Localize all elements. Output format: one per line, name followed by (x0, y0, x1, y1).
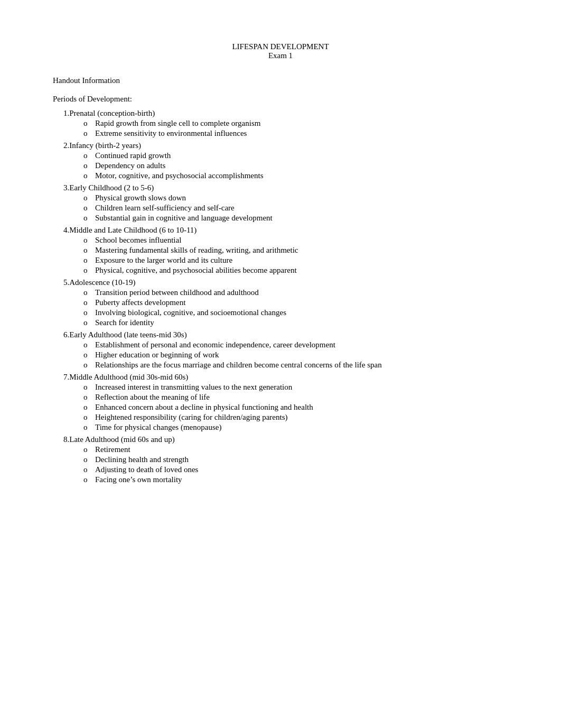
period-sublist-7: Increased interest in transmitting value… (63, 383, 508, 432)
period-number-3: 3. (63, 183, 69, 192)
period-4-item-3: Exposure to the larger world and its cul… (95, 256, 508, 265)
period-number-7: 7. (63, 373, 69, 382)
periods-header: Periods of Development: (53, 95, 508, 104)
period-8-item-3: Adjusting to death of loved ones (95, 465, 508, 474)
period-sublist-8: RetirementDeclining health and strengthA… (63, 445, 508, 484)
period-item-2: 2.Infancy (birth-2 years)Continued rapid… (63, 141, 508, 180)
period-sublist-1: Rapid growth from single cell to complet… (63, 119, 508, 138)
period-number-5: 5. (63, 278, 69, 287)
period-8-item-4: Facing one’s own mortality (95, 475, 508, 484)
period-1-item-1: Rapid growth from single cell to complet… (95, 119, 508, 128)
period-label-2: Infancy (birth-2 years) (69, 141, 508, 150)
period-number-8: 8. (63, 435, 69, 444)
period-5-item-4: Search for identity (95, 318, 508, 327)
period-label-5: Adolescence (10-19) (69, 278, 508, 287)
period-4-item-4: Physical, cognitive, and psychosocial ab… (95, 266, 508, 275)
period-label-3: Early Childhood (2 to 5-6) (69, 183, 508, 192)
period-4-item-2: Mastering fundamental skills of reading,… (95, 246, 508, 255)
period-item-8: 8.Late Adulthood (mid 60s and up)Retirem… (63, 435, 508, 484)
period-label-8: Late Adulthood (mid 60s and up) (69, 435, 508, 444)
period-6-item-1: Establishment of personal and economic i… (95, 340, 508, 349)
handout-label: Handout Information (53, 76, 508, 85)
period-label-4: Middle and Late Childhood (6 to 10-11) (69, 226, 508, 235)
period-5-item-3: Involving biological, cognitive, and soc… (95, 308, 508, 317)
period-2-item-1: Continued rapid growth (95, 151, 508, 160)
period-3-item-3: Substantial gain in cognitive and langua… (95, 214, 508, 223)
period-sublist-2: Continued rapid growthDependency on adul… (63, 151, 508, 180)
periods-list: 1.Prenatal (conception-birth)Rapid growt… (53, 109, 508, 484)
period-8-item-2: Declining health and strength (95, 455, 508, 464)
period-5-item-2: Puberty affects development (95, 298, 508, 307)
period-5-item-1: Transition period between childhood and … (95, 288, 508, 297)
period-item-6: 6.Early Adulthood (late teens-mid 30s)Es… (63, 330, 508, 370)
period-item-5: 5.Adolescence (10-19)Transition period b… (63, 278, 508, 327)
period-number-4: 4. (63, 226, 69, 235)
period-6-item-3: Relationships are the focus marriage and… (95, 361, 508, 370)
period-2-item-3: Motor, cognitive, and psychosocial accom… (95, 171, 508, 180)
period-4-item-1: School becomes influential (95, 236, 508, 245)
title-line2: Exam 1 (53, 51, 508, 60)
period-7-item-4: Heightened responsibility (caring for ch… (95, 413, 508, 422)
period-6-item-2: Higher education or beginning of work (95, 351, 508, 360)
period-item-3: 3.Early Childhood (2 to 5-6)Physical gro… (63, 183, 508, 223)
period-sublist-4: School becomes influentialMastering fund… (63, 236, 508, 275)
period-item-7: 7.Middle Adulthood (mid 30s-mid 60s)Incr… (63, 373, 508, 432)
periods-section: Periods of Development: 1.Prenatal (conc… (53, 95, 508, 484)
title-line1: LIFESPAN DEVELOPMENT (53, 42, 508, 51)
period-number-2: 2. (63, 141, 69, 150)
period-item-1: 1.Prenatal (conception-birth)Rapid growt… (63, 109, 508, 138)
period-sublist-3: Physical growth slows downChildren learn… (63, 193, 508, 223)
period-number-1: 1. (63, 109, 69, 118)
period-number-6: 6. (63, 330, 69, 339)
period-3-item-1: Physical growth slows down (95, 193, 508, 202)
period-item-4: 4.Middle and Late Childhood (6 to 10-11)… (63, 226, 508, 275)
period-7-item-3: Enhanced concern about a decline in phys… (95, 403, 508, 412)
period-7-item-1: Increased interest in transmitting value… (95, 383, 508, 392)
period-7-item-2: Reflection about the meaning of life (95, 393, 508, 402)
period-2-item-2: Dependency on adults (95, 161, 508, 170)
page-title: LIFESPAN DEVELOPMENT Exam 1 (53, 42, 508, 60)
period-label-1: Prenatal (conception-birth) (69, 109, 508, 118)
period-label-6: Early Adulthood (late teens-mid 30s) (69, 330, 508, 339)
period-8-item-1: Retirement (95, 445, 508, 454)
period-sublist-5: Transition period between childhood and … (63, 288, 508, 327)
period-sublist-6: Establishment of personal and economic i… (63, 340, 508, 370)
period-1-item-2: Extreme sensitivity to environmental inf… (95, 129, 508, 138)
period-label-7: Middle Adulthood (mid 30s-mid 60s) (69, 373, 508, 382)
period-3-item-2: Children learn self-sufficiency and self… (95, 204, 508, 213)
period-7-item-5: Time for physical changes (menopause) (95, 423, 508, 432)
